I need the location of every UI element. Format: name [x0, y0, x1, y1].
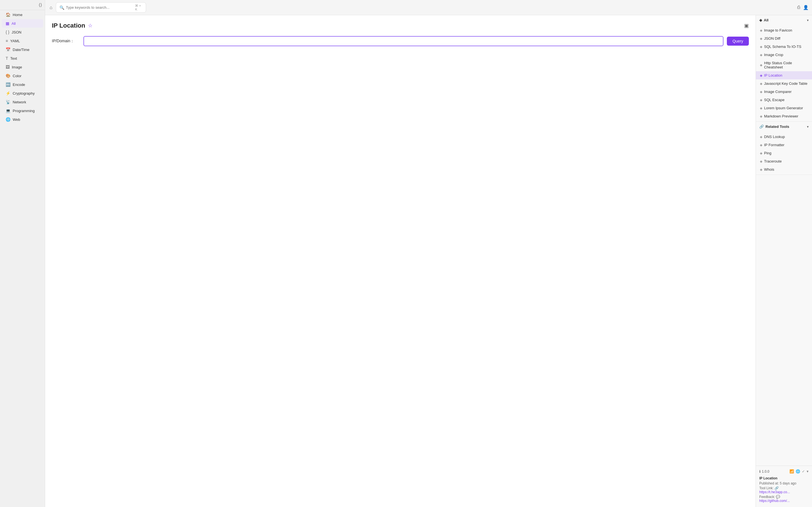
tool-icon: ◈ — [760, 135, 762, 139]
sidebar-icon-text: T — [6, 56, 8, 61]
list-item[interactable]: ◈Image to Favicon — [756, 26, 812, 34]
sidebar-label-text: Text — [10, 56, 17, 61]
favorite-icon[interactable]: ☆ — [88, 22, 93, 29]
sidebar-item-network[interactable]: 📡Network — [2, 98, 43, 106]
tool-label: Image Comparer — [764, 90, 792, 94]
sidebar-label-home: Home — [13, 13, 22, 17]
right-panel: ◈ All ▾ ◈Image to Favicon◈JSON Diff◈SQL … — [756, 15, 812, 507]
list-item[interactable]: ◈Image Comparer — [756, 88, 812, 96]
sidebar-icon-home: 🏠 — [6, 12, 10, 17]
related-tools-section: 🔗 Related Tools ▾ ◈DNS Lookup◈IP Formatt… — [756, 122, 812, 175]
sidebar-icon-encode: 🔤 — [6, 82, 10, 87]
tool-icon: ◈ — [760, 106, 762, 110]
sidebar-toggle-button[interactable]: ⟨⟩ — [39, 2, 42, 8]
sidebar-nav: 🏠Home▦All{ }JSON≡YAML📅Date/TimeTText🖼Ima… — [0, 10, 45, 124]
sidebar-label-web: Web — [13, 117, 20, 122]
sidebar-item-yaml[interactable]: ≡YAML — [2, 37, 43, 45]
link-icon: 🔗 — [774, 486, 779, 490]
all-tools-section: ◈ All ▾ ◈Image to Favicon◈JSON Diff◈SQL … — [756, 15, 812, 122]
search-box[interactable]: 🔍 ⌘ + K — [56, 2, 146, 13]
list-item[interactable]: ◈Lorem Ipsum Generator — [756, 104, 812, 112]
tool-icon: ◈ — [760, 73, 762, 77]
list-item[interactable]: ◈Http Status Code Cheatsheet — [756, 59, 812, 71]
tool-icon: ◈ — [760, 45, 762, 49]
related-tools-icon: 🔗 — [759, 124, 764, 129]
feedback-icon: 💬 — [776, 495, 780, 499]
list-item[interactable]: ◈Traceroute — [756, 157, 812, 165]
list-item[interactable]: ◈IP Location — [756, 71, 812, 79]
ip-domain-input[interactable] — [84, 36, 723, 46]
sidebar-item-all[interactable]: ▦All — [2, 19, 43, 27]
tool-icon: ◈ — [760, 159, 762, 163]
tool-icon: ◈ — [760, 114, 762, 118]
list-item[interactable]: ◈Markdown Previewer — [756, 112, 812, 120]
sidebar-label-image: Image — [12, 65, 22, 69]
all-tools-chevron: ▾ — [807, 18, 809, 22]
sidebar-icon-all: ▦ — [6, 21, 9, 25]
tool-label: Whois — [764, 167, 774, 172]
tool-icon: ◈ — [760, 90, 762, 94]
sidebar-item-color[interactable]: 🎨Color — [2, 71, 43, 80]
tool-icon: ◈ — [760, 168, 762, 172]
tool-label: Markdown Previewer — [764, 114, 798, 118]
tool-icon: ◈ — [760, 29, 762, 33]
sidebar-label-encode: Encode — [13, 82, 25, 87]
search-icon: 🔍 — [59, 5, 64, 10]
list-item[interactable]: ◈SQL Schema To IO-TS — [756, 43, 812, 51]
sidebar-item-programming[interactable]: 💻Programming — [2, 107, 43, 115]
related-tools-list: ◈DNS Lookup◈IP Formatter◈Ping◈Traceroute… — [756, 131, 812, 175]
feedback-link[interactable]: https://github.com/... — [759, 499, 790, 503]
related-tools-chevron: ▾ — [807, 125, 809, 129]
ip-form-row: IP/Domain： Query — [52, 36, 749, 46]
list-item[interactable]: ◈SQL Escape — [756, 96, 812, 104]
related-tools-header[interactable]: 🔗 Related Tools ▾ — [756, 122, 812, 131]
sidebar-label-all: All — [11, 21, 15, 25]
list-item[interactable]: ◈IP Formatter — [756, 141, 812, 149]
tool-icon: ◈ — [760, 151, 762, 155]
sidebar-item-json[interactable]: { }JSON — [2, 28, 43, 36]
sidebar-label-json: JSON — [11, 30, 21, 34]
expand-icon[interactable]: ▾ — [807, 469, 809, 473]
all-tools-header[interactable]: ◈ All ▾ — [756, 15, 812, 25]
info-icon: ℹ — [759, 469, 761, 473]
sidebar-header: ⟨⟩ — [0, 0, 45, 10]
user-icon[interactable]: 👤 — [803, 5, 809, 10]
list-item[interactable]: ◈DNS Lookup — [756, 133, 812, 141]
share-icon[interactable]: ⎙ — [797, 5, 800, 10]
list-item[interactable]: ◈Whois — [756, 165, 812, 173]
sidebar-label-programming: Programming — [13, 109, 35, 113]
sidebar-item-image[interactable]: 🖼Image — [2, 63, 43, 71]
sidebar-item-encode[interactable]: 🔤Encode — [2, 80, 43, 89]
tool-label: JSON Diff — [764, 36, 780, 41]
sidebar-item-home[interactable]: 🏠Home — [2, 10, 43, 19]
sidebar-item-text[interactable]: TText — [2, 54, 43, 62]
query-button[interactable]: Query — [727, 37, 749, 46]
list-item[interactable]: ◈JSON Diff — [756, 34, 812, 43]
sidebar-icon-datetime: 📅 — [6, 47, 10, 52]
home-icon[interactable]: ⌂ — [49, 4, 54, 11]
list-item[interactable]: ◈Javascript Key Code Table — [756, 79, 812, 88]
tool-link[interactable]: https://t.he3app.co... — [759, 490, 790, 494]
topbar-actions: ⎙ 👤 — [797, 5, 809, 10]
sidebar-item-cryptography[interactable]: ⚡Cryptography — [2, 89, 43, 98]
tool-label: Image to Favicon — [764, 28, 792, 33]
content-area: IP Location ☆ ▣ IP/Domain： Query ◈ All ▾ — [45, 15, 812, 507]
version-tag: ℹ 1.0.0 — [759, 469, 769, 473]
sidebar-item-web[interactable]: 🌐Web — [2, 115, 43, 124]
tool-icon: ◈ — [760, 37, 762, 41]
tool-label: IP Formatter — [764, 143, 784, 147]
layout-toggle-button[interactable]: ▣ — [744, 22, 749, 29]
page-title: IP Location — [52, 22, 85, 29]
sidebar-item-datetime[interactable]: 📅Date/Time — [2, 45, 43, 54]
bottom-tool-link-row: Tool Link: 🔗 https://t.he3app.co... — [759, 486, 809, 494]
tool-label: IP Location — [764, 73, 782, 77]
tool-label: DNS Lookup — [764, 135, 785, 139]
sidebar-icon-json: { } — [6, 30, 9, 34]
list-item[interactable]: ◈Ping — [756, 149, 812, 157]
list-item[interactable]: ◈Image Crop — [756, 51, 812, 59]
bottom-published: Published at: 5 days ago — [759, 482, 809, 485]
sidebar-icon-cryptography: ⚡ — [6, 91, 10, 96]
search-input[interactable] — [66, 5, 134, 10]
tool-label: Image Crop — [764, 53, 783, 57]
sidebar-label-datetime: Date/Time — [13, 48, 29, 52]
